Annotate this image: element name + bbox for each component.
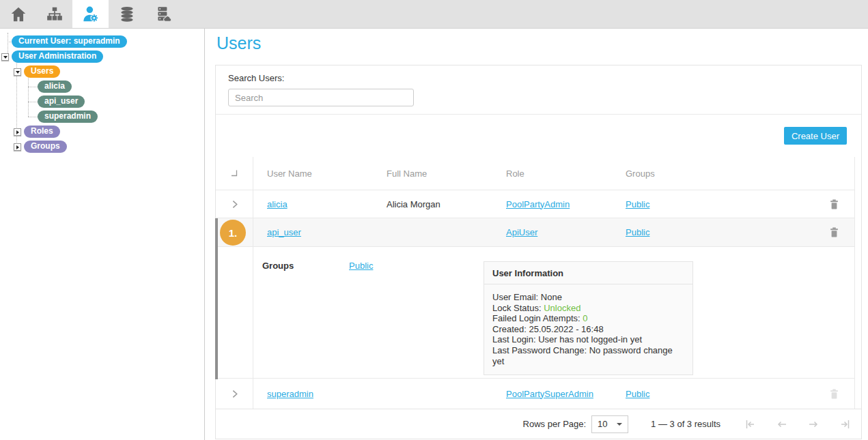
create-user-button[interactable]: Create User (784, 127, 847, 145)
triangle-down-icon (3, 56, 8, 59)
groups-link[interactable]: Public (626, 199, 649, 209)
column-header-user-name: User Name (253, 168, 373, 179)
sitemap-button[interactable] (36, 0, 72, 28)
top-toolbar (0, 0, 868, 29)
pager-buttons (744, 419, 852, 430)
page-title: Users (216, 33, 868, 53)
next-page-icon (807, 419, 820, 430)
user-name-link[interactable]: api_user (267, 227, 301, 237)
role-link[interactable]: PoolPartyAdmin (506, 199, 570, 209)
delete-user-trash-icon-disabled (830, 389, 839, 399)
annotation-step-badge: 1. (220, 220, 246, 246)
actions-section: Create User (216, 115, 861, 157)
triangle-right-icon (16, 145, 19, 149)
tree-node-groups: Groups (0, 139, 204, 154)
column-header-role: Role (492, 168, 612, 179)
tree-node-superadmin: superadmin (0, 109, 204, 124)
triangle-right-icon (16, 130, 19, 134)
tree-node-users: Users (0, 64, 204, 79)
table-header-row: User Name Full Name Role Groups (216, 157, 854, 190)
server-cloud-icon (154, 5, 172, 23)
last-page-icon (838, 419, 852, 430)
sidebar-tree: Current User: superadmin User Administra… (0, 29, 205, 440)
table-row-superadmin: superadmin PoolPartySuperAdmin Public (216, 378, 854, 409)
last-page-button[interactable] (838, 419, 852, 430)
detail-groups-link[interactable]: Public (349, 261, 373, 271)
superadmin-pill[interactable]: superadmin (38, 111, 98, 123)
users-table: User Name Full Name Role Groups alicia A… (216, 157, 855, 409)
tree-node-alicia: alicia (0, 79, 204, 94)
search-users-label: Search Users: (228, 73, 849, 83)
search-section: Search Users: (216, 65, 861, 115)
users-pill[interactable]: Users (24, 65, 60, 78)
tree-node-api-user: api_user (0, 94, 204, 109)
expand-toggle[interactable] (14, 68, 21, 76)
table-row-api-user: api_user ApiUser Public (216, 218, 854, 246)
delete-user-trash-icon[interactable] (830, 199, 839, 209)
caret-down-icon (617, 423, 622, 426)
reports-button[interactable] (145, 0, 181, 28)
home-button[interactable] (0, 0, 36, 28)
groups-pill[interactable]: Groups (24, 141, 67, 153)
detail-groups-label: Groups (262, 261, 294, 271)
user-administration-button[interactable] (72, 0, 109, 28)
column-header-groups: Groups (612, 168, 731, 179)
collapse-toggle[interactable] (14, 143, 21, 151)
user-information-body: User Email: None Lock Status: Unlocked F… (484, 284, 693, 375)
expanded-row-detail: Groups Public User Information User Emai… (216, 246, 854, 378)
triangle-down-icon (16, 71, 20, 74)
users-panel: Search Users: Create User User Name Full… (215, 65, 862, 439)
first-page-button[interactable] (744, 419, 757, 430)
info-line-lock-status: Lock Status: Unlocked (492, 303, 684, 314)
current-user-pill[interactable]: Current User: superadmin (12, 35, 127, 48)
previous-page-button[interactable] (775, 419, 789, 430)
info-line-last-login: Last Login: User has not logged-in yet (492, 334, 684, 345)
tree-node-current-user: Current User: superadmin (0, 34, 204, 49)
role-link[interactable]: ApiUser (506, 227, 537, 237)
info-line-email: User Email: None (492, 292, 684, 303)
first-page-icon (744, 419, 757, 430)
delete-user-trash-icon[interactable] (830, 227, 839, 237)
rows-per-page-label: Rows per Page: (523, 419, 587, 429)
rows-per-page-select[interactable]: 10 (591, 415, 628, 433)
user-information-box: User Information User Email: None Lock S… (484, 261, 693, 375)
api-user-pill[interactable]: api_user (38, 96, 85, 108)
results-count-text: 1 — 3 of 3 results (651, 419, 720, 429)
pagination-bar: Rows per Page: 10 1 — 3 of 3 results (216, 409, 861, 439)
collapse-all-icon[interactable] (229, 168, 239, 178)
rows-per-page-value: 10 (598, 419, 607, 429)
column-header-full-name: Full Name (373, 168, 492, 179)
sitemap-icon (46, 5, 64, 23)
home-icon (10, 5, 27, 23)
groups-link[interactable]: Public (626, 389, 649, 399)
roles-pill[interactable]: Roles (24, 126, 60, 138)
user-name-link[interactable]: alicia (267, 199, 288, 209)
expand-row-chevron-icon[interactable] (229, 199, 240, 209)
table-row-alicia: alicia Alicia Morgan PoolPartyAdmin Publ… (216, 190, 854, 218)
user-name-link[interactable]: superadmin (267, 389, 313, 399)
lock-status-value: Unlocked (544, 303, 580, 313)
previous-page-icon (775, 419, 789, 430)
info-line-failed-attempts: Failed Login Attempts: 0 (492, 313, 684, 324)
tree-node-roles: Roles (0, 124, 204, 139)
info-line-last-password-change: Last Password Change: No password change… (492, 345, 684, 366)
tree-node-user-administration: User Administration (0, 49, 204, 64)
failed-attempts-value: 0 (583, 313, 587, 323)
next-page-button[interactable] (807, 419, 820, 430)
groups-link[interactable]: Public (626, 227, 649, 237)
alicia-pill[interactable]: alicia (38, 80, 72, 93)
expand-toggle[interactable] (1, 53, 9, 61)
database-icon (118, 5, 136, 23)
search-input[interactable] (228, 89, 414, 106)
annotation-highlight-bar (215, 218, 218, 379)
database-button[interactable] (109, 0, 145, 28)
user-admin-gear-icon (81, 5, 100, 23)
info-line-created: Created: 25.05.2022 - 16:48 (492, 324, 684, 335)
expand-row-chevron-icon[interactable] (229, 389, 240, 399)
user-administration-pill[interactable]: User Administration (12, 50, 103, 63)
main-content: Users Search Users: Create User User Nam… (206, 29, 868, 440)
full-name-cell: Alicia Morgan (373, 199, 492, 209)
role-link[interactable]: PoolPartySuperAdmin (506, 389, 593, 399)
user-information-title: User Information (484, 261, 693, 284)
collapse-toggle[interactable] (14, 128, 21, 136)
